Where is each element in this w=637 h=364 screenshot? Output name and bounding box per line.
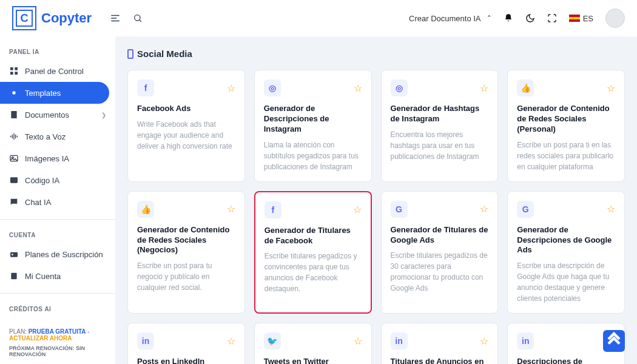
template-card[interactable]: in ☆ Titulares de Anuncios en LinkedIn (381, 323, 499, 364)
sidebar-item-panel-control[interactable]: Panel de Control (0, 60, 115, 82)
sidebar-item-chat[interactable]: Chat IA (0, 191, 115, 213)
plan-name[interactable]: PRUEBA GRATUITA (29, 328, 86, 335)
template-icon: G (517, 201, 534, 218)
logo[interactable]: C Copyter (12, 6, 92, 30)
sidebar-item-label: Código IA (25, 176, 59, 185)
svg-point-20 (12, 254, 13, 255)
template-card[interactable]: G ☆ Generador de Titulares de Google Ads… (381, 191, 499, 314)
svg-rect-19 (10, 252, 18, 257)
section-title: Social Media (127, 49, 625, 59)
template-icon: in (517, 332, 534, 349)
bell-icon[interactable] (504, 13, 513, 23)
sidebar-item-label: Chat IA (25, 198, 51, 207)
phone-icon (127, 49, 133, 59)
sidebar-item-label: Imágenes IA (25, 154, 69, 163)
plan-upgrade-link[interactable]: ACTUALIZAR AHORA (9, 335, 72, 342)
favorite-star-icon[interactable]: ☆ (227, 203, 235, 215)
template-card[interactable]: G ☆ Generador de Descripciones de Google… (507, 191, 625, 314)
template-description: Escribe un post para ti en las redes soc… (517, 140, 615, 172)
template-icon: G (391, 201, 408, 218)
svg-line-4 (140, 20, 141, 22)
sidebar-item-mi-cuenta[interactable]: Mi Cuenta (0, 265, 115, 287)
dark-mode-icon[interactable] (525, 13, 535, 23)
renewal-text: PRÓXIMA RENOVACIÓN: SIN RENOVACIÓN (9, 345, 106, 357)
sidebar-item-documentos[interactable]: Documentos ❯ (0, 104, 115, 126)
template-card[interactable]: 👍 ☆ Generador de Contenido de Redes Soci… (507, 70, 625, 182)
logo-icon: C (12, 6, 36, 30)
svg-rect-5 (10, 67, 13, 70)
sidebar-item-codigo[interactable]: Código IA (0, 169, 115, 191)
sidebar-section-credits: CRÉDITOS AI (0, 300, 115, 317)
plan-prefix: PLAN: (9, 328, 27, 335)
sidebar-item-templates[interactable]: Templates (0, 82, 109, 104)
sidebar-item-texto-voz[interactable]: Texto a Voz (0, 126, 115, 147)
fullscreen-icon[interactable] (547, 13, 557, 23)
template-title: Generador de Descripciones de Google Ads (517, 225, 615, 256)
language-selector[interactable]: ES (569, 14, 593, 23)
favorite-star-icon[interactable]: ☆ (607, 203, 615, 215)
divider (0, 293, 115, 294)
template-description: Encuentra los mejores hashtags para usar… (391, 129, 489, 162)
scroll-top-button[interactable] (603, 330, 625, 352)
sidebar-item-imagenes[interactable]: Imágenes IA (0, 147, 115, 169)
code-icon (9, 175, 19, 185)
template-title: Descripciones de Anuncios en LinkedIn (517, 357, 615, 364)
template-icon: ◎ (264, 79, 281, 96)
voice-icon (9, 132, 19, 141)
template-card[interactable]: f ☆ Facebook Ads Write Facebook ads that… (127, 70, 245, 182)
brand-name: Copyter (41, 10, 92, 26)
template-card[interactable]: f ☆ Generador de Titulares de Facebook E… (254, 191, 372, 314)
template-title: Generador de Contenido de Redes Sociales… (517, 104, 615, 135)
template-title: Generador de Contenido de Redes Sociales… (137, 225, 235, 256)
sidebar-section-account: CUENTA (0, 226, 115, 243)
template-card[interactable]: ◎ ☆ Generador de Descripciones de Instag… (254, 70, 372, 182)
documents-icon (9, 110, 19, 120)
favorite-star-icon[interactable]: ☆ (354, 83, 362, 94)
main-content: Social Media f ☆ Facebook Ads Write Face… (115, 36, 637, 364)
template-description: Escribe titulares pegadizos de 30 caract… (391, 250, 489, 294)
template-description: Escribe una descripción de Google Ads qu… (517, 260, 615, 304)
subscription-icon (9, 249, 19, 259)
templates-icon (9, 88, 19, 98)
search-icon[interactable] (133, 13, 143, 23)
favorite-star-icon[interactable]: ☆ (480, 335, 488, 347)
create-document-dropdown[interactable]: Crear Documento IA ˄ (409, 14, 491, 23)
sidebar-item-label: Documentos (25, 110, 69, 120)
template-icon: in (391, 332, 408, 349)
favorite-star-icon[interactable]: ☆ (480, 83, 488, 94)
favorite-star-icon[interactable]: ☆ (607, 83, 615, 94)
favorite-star-icon[interactable]: ☆ (227, 335, 235, 347)
sidebar-item-planes[interactable]: Planes de Suscripción (0, 243, 115, 265)
avatar[interactable] (605, 8, 625, 28)
template-title: Facebook Ads (137, 104, 235, 114)
menu-toggle-icon[interactable] (110, 13, 121, 24)
sidebar: PANEL IA Panel de Control Templates Docu… (0, 36, 115, 364)
template-icon: in (137, 332, 154, 349)
favorite-star-icon[interactable]: ☆ (480, 203, 488, 215)
template-description: Escribe un post para tu negocio y publíc… (137, 260, 235, 293)
template-icon: f (137, 79, 154, 96)
template-icon: ◎ (391, 79, 408, 96)
dashboard-icon (9, 66, 19, 76)
image-icon (9, 153, 19, 163)
topbar: C Copyter Crear Documento IA ˄ ES (0, 0, 637, 36)
template-title: Posts en LinkedIn (137, 357, 235, 364)
template-title: Generador de Hashtags de Instagram (391, 104, 489, 124)
sidebar-item-label: Texto a Voz (25, 132, 66, 141)
sidebar-item-label: Planes de Suscripción (25, 250, 103, 259)
chat-icon (9, 197, 19, 207)
template-title: Generador de Titulares de Facebook (265, 226, 362, 246)
favorite-star-icon[interactable]: ☆ (227, 83, 235, 94)
template-icon: f (265, 201, 281, 218)
template-card[interactable]: 🐦 ☆ Tweets en Twitter Generar tweets int… (254, 323, 372, 364)
template-card[interactable]: ◎ ☆ Generador de Hashtags de Instagram E… (381, 70, 499, 182)
svg-rect-8 (15, 72, 18, 75)
sidebar-item-label: Panel de Control (25, 67, 84, 76)
svg-rect-10 (11, 111, 16, 118)
favorite-star-icon[interactable]: ☆ (354, 335, 362, 347)
template-card[interactable]: in ☆ Posts en LinkedIn (127, 323, 245, 364)
sidebar-section-panel: PANEL IA (0, 42, 115, 60)
template-card[interactable]: 👍 ☆ Generador de Contenido de Redes Soci… (127, 191, 245, 314)
favorite-star-icon[interactable]: ☆ (353, 204, 362, 215)
template-icon: 👍 (137, 201, 154, 218)
